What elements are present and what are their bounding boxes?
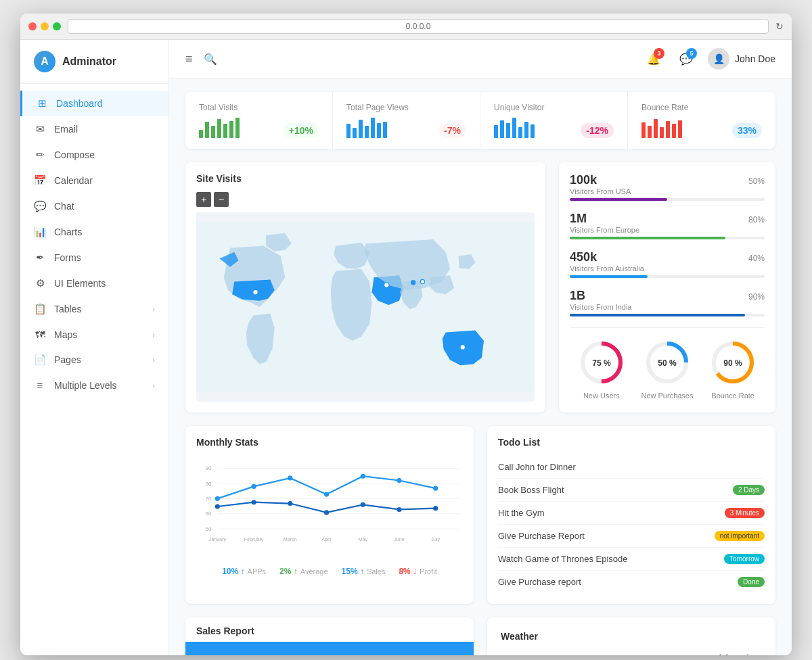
tables-arrow: › xyxy=(152,305,155,313)
sidebar: A Adminator ⊞ Dashboard ✉ Email ✏ Compos… xyxy=(20,40,169,655)
world-map-svg xyxy=(196,212,535,402)
sidebar-item-label: Charts xyxy=(54,227,82,237)
svg-rect-21 xyxy=(641,122,646,138)
mini-chart-0 xyxy=(199,118,240,138)
visitor-item-australia: 450k Visitors From Australia 40% xyxy=(570,250,765,278)
todo-text-2: Hit the Gym xyxy=(498,508,545,518)
svg-rect-24 xyxy=(660,127,664,138)
zoom-out-button[interactable]: − xyxy=(214,192,229,207)
todo-text-1: Book Boss Flight xyxy=(498,485,564,495)
map-card: Site Visits + − xyxy=(185,162,545,412)
donut-label-purchases: New Purchases xyxy=(641,392,693,400)
svg-text:July: July xyxy=(431,537,440,542)
content-area: Total Visits +10% xyxy=(169,78,792,655)
zoom-in-button[interactable]: + xyxy=(196,192,211,207)
maps-icon: 🗺 xyxy=(34,329,46,340)
svg-text:60: 60 xyxy=(205,511,211,517)
sidebar-nav: ⊞ Dashboard ✉ Email ✏ Compose 📅 Calendar… xyxy=(20,84,168,404)
todo-text-0: Call John for Dinner xyxy=(498,462,576,472)
stat-content-0: +10% xyxy=(199,118,319,138)
sidebar-item-email[interactable]: ✉ Email xyxy=(20,116,168,142)
svg-point-58 xyxy=(397,478,401,483)
sidebar-item-charts[interactable]: 📊 Charts xyxy=(20,219,168,245)
donut-new-users: 75 % New Users xyxy=(578,339,625,400)
svg-point-56 xyxy=(324,492,329,497)
sidebar-item-forms[interactable]: ✒ Forms xyxy=(20,245,168,270)
donut-circle-users: 75 % xyxy=(578,339,625,386)
sales-card-title: Sales Report xyxy=(185,617,474,642)
sidebar-item-chat[interactable]: 💬 Chat xyxy=(20,193,168,219)
hamburger-menu[interactable]: ≡ xyxy=(185,52,193,66)
sidebar-item-label: Tables xyxy=(54,304,81,314)
sidebar-item-pages[interactable]: 📄 Pages › xyxy=(20,347,168,373)
stat-title-3: Bounce Rate xyxy=(641,103,762,112)
messages-button[interactable]: 💬 5 xyxy=(675,48,697,70)
forms-icon: ✒ xyxy=(34,252,46,264)
visitor-pct-europe: 80% xyxy=(748,215,765,225)
svg-rect-0 xyxy=(199,130,203,138)
svg-rect-4 xyxy=(223,124,227,138)
chart-legend: 10% ↑ APPs 2% ↑ Average 15% ↑ Sales xyxy=(196,567,463,576)
sidebar-item-label: Calendar xyxy=(54,175,93,186)
stat-title-1: Total Page Views xyxy=(346,103,466,112)
svg-point-62 xyxy=(288,501,292,506)
svg-point-32 xyxy=(420,279,424,283)
email-icon: ✉ xyxy=(34,123,46,135)
sidebar-item-label: Chat xyxy=(54,201,74,212)
svg-rect-20 xyxy=(531,124,535,138)
notifications-button[interactable]: 🔔 3 xyxy=(643,48,664,70)
sidebar-item-ui-elements[interactable]: ⚙ UI Elements xyxy=(20,270,168,296)
stat-card-total-visits: Total Visits +10% xyxy=(185,92,333,149)
multiple-levels-icon: ≡ xyxy=(34,379,46,391)
svg-text:February: February xyxy=(244,537,264,542)
todo-badge-4: Tomorrow xyxy=(724,554,765,564)
visitor-label-india: Visitors From India xyxy=(570,303,632,311)
todo-text-4: Watch Game of Thrones Episode xyxy=(498,554,627,564)
weather-left: 32°F Partly Clouds xyxy=(501,653,553,655)
sidebar-item-dashboard[interactable]: ⊞ Dashboard xyxy=(20,91,168,116)
weather-temp: 32°F xyxy=(501,653,553,655)
svg-text:March: March xyxy=(284,537,297,542)
weather-day: Monday xyxy=(715,653,763,655)
svg-rect-15 xyxy=(500,120,504,138)
stat-title-0: Total Visits xyxy=(199,103,319,112)
svg-text:50 %: 50 % xyxy=(658,358,677,368)
app-name: Adminator xyxy=(62,55,116,68)
avatar: 👤 xyxy=(708,48,729,70)
stat-change-3: 33% xyxy=(732,123,762,138)
user-info[interactable]: 👤 John Doe xyxy=(708,48,775,70)
monthly-stats-card: Monthly Stats 90 80 70 60 50 xyxy=(185,426,474,604)
stat-change-2: -12% xyxy=(581,123,614,138)
browser-window: 0.0.0.0 ↻ A Adminator ⊞ Dashboard ✉ Emai… xyxy=(20,14,792,655)
visitor-count-usa: 100k xyxy=(570,173,631,187)
svg-rect-12 xyxy=(377,123,381,138)
browser-chrome: 0.0.0.0 ↻ xyxy=(20,14,792,40)
stat-content-1: -7% xyxy=(346,118,466,138)
header-search-icon[interactable]: 🔍 xyxy=(204,53,217,66)
sidebar-item-multiple-levels[interactable]: ≡ Multiple Levels › xyxy=(20,373,168,398)
site-visits-title: Site Visits xyxy=(196,173,535,184)
sidebar-item-compose[interactable]: ✏ Compose xyxy=(20,142,168,168)
visitor-pct-india: 90% xyxy=(748,292,765,302)
donut-label-bounce: Bounce Rate xyxy=(709,392,757,400)
stat-card-bounce-rate: Bounce Rate 33% xyxy=(628,92,775,149)
dot-close[interactable] xyxy=(28,22,37,30)
sidebar-item-maps[interactable]: 🗺 Maps › xyxy=(20,322,168,347)
notifications-badge: 3 xyxy=(654,48,664,59)
sidebar-item-calendar[interactable]: 📅 Calendar xyxy=(20,168,168,193)
mini-chart-3 xyxy=(641,118,682,138)
todo-item-1: Book Boss Flight 2 Days xyxy=(498,479,765,502)
dot-maximize[interactable] xyxy=(53,22,61,30)
sidebar-item-label: Forms xyxy=(54,252,81,263)
visitor-count-australia: 450k xyxy=(570,250,644,264)
stat-content-3: 33% xyxy=(641,118,762,138)
svg-point-29 xyxy=(253,289,258,295)
header-left: ≡ 🔍 xyxy=(185,52,217,66)
visitor-count-europe: 1M xyxy=(570,212,639,226)
weather-title: Weather xyxy=(501,631,762,642)
dot-minimize[interactable] xyxy=(41,22,49,30)
browser-refresh[interactable]: ↻ xyxy=(775,21,784,32)
stat-title-2: Unique Visitor xyxy=(494,103,614,112)
browser-url[interactable]: 0.0.0.0 xyxy=(68,19,769,34)
sidebar-item-tables[interactable]: 📋 Tables › xyxy=(20,296,168,322)
